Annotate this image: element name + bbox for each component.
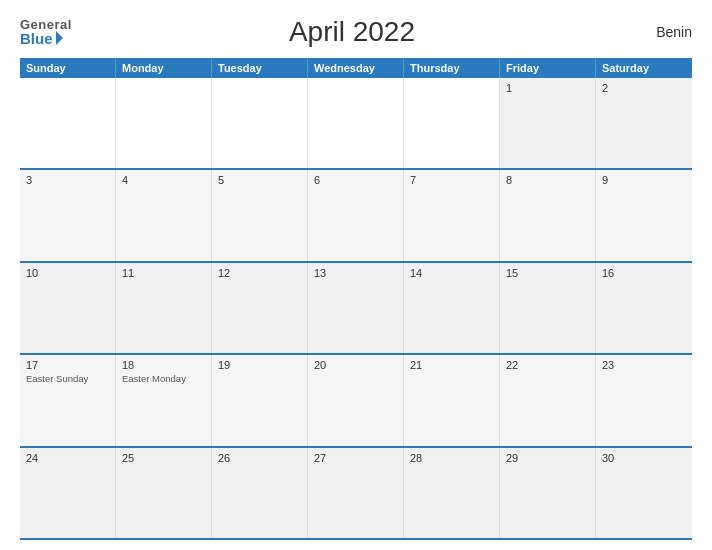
day-number: 27 xyxy=(314,452,397,464)
day-of-week-thursday: Thursday xyxy=(404,58,500,78)
calendar-week-2: 3456789 xyxy=(20,170,692,262)
calendar-event: Easter Sunday xyxy=(26,373,109,384)
calendar-cell: 22 xyxy=(500,355,596,445)
calendar-cell: 1 xyxy=(500,78,596,168)
day-number: 19 xyxy=(218,359,301,371)
day-number: 23 xyxy=(602,359,686,371)
day-number: 4 xyxy=(122,174,205,186)
day-number: 25 xyxy=(122,452,205,464)
day-number: 14 xyxy=(410,267,493,279)
calendar-cell: 29 xyxy=(500,448,596,538)
calendar-cell: 30 xyxy=(596,448,692,538)
country-label: Benin xyxy=(632,24,692,40)
calendar-body: 1234567891011121314151617Easter Sunday18… xyxy=(20,78,692,540)
calendar-cell: 27 xyxy=(308,448,404,538)
calendar-week-4: 17Easter Sunday18Easter Monday1920212223 xyxy=(20,355,692,447)
calendar-cell: 13 xyxy=(308,263,404,353)
day-number: 8 xyxy=(506,174,589,186)
calendar-page: General Blue April 2022 Benin SundayMond… xyxy=(0,0,712,550)
day-number: 10 xyxy=(26,267,109,279)
calendar-cell: 11 xyxy=(116,263,212,353)
day-number: 30 xyxy=(602,452,686,464)
logo: General Blue xyxy=(20,18,72,46)
day-of-week-tuesday: Tuesday xyxy=(212,58,308,78)
calendar-cell: 6 xyxy=(308,170,404,260)
day-of-week-saturday: Saturday xyxy=(596,58,692,78)
day-number: 6 xyxy=(314,174,397,186)
calendar-week-5: 24252627282930 xyxy=(20,448,692,540)
day-number: 13 xyxy=(314,267,397,279)
day-number: 22 xyxy=(506,359,589,371)
day-number: 18 xyxy=(122,359,205,371)
calendar-header-row: SundayMondayTuesdayWednesdayThursdayFrid… xyxy=(20,58,692,78)
day-number: 5 xyxy=(218,174,301,186)
calendar-cell: 20 xyxy=(308,355,404,445)
day-number: 3 xyxy=(26,174,109,186)
calendar-cell xyxy=(20,78,116,168)
day-number: 1 xyxy=(506,82,589,94)
calendar-cell: 5 xyxy=(212,170,308,260)
calendar-event: Easter Monday xyxy=(122,373,205,384)
calendar-week-1: 12 xyxy=(20,78,692,170)
calendar-cell: 12 xyxy=(212,263,308,353)
logo-blue-text: Blue xyxy=(20,31,53,46)
calendar-week-3: 10111213141516 xyxy=(20,263,692,355)
calendar-cell: 2 xyxy=(596,78,692,168)
calendar-cell: 26 xyxy=(212,448,308,538)
calendar-cell: 4 xyxy=(116,170,212,260)
day-of-week-monday: Monday xyxy=(116,58,212,78)
day-number: 16 xyxy=(602,267,686,279)
day-number: 24 xyxy=(26,452,109,464)
day-number: 20 xyxy=(314,359,397,371)
calendar-cell: 9 xyxy=(596,170,692,260)
day-of-week-sunday: Sunday xyxy=(20,58,116,78)
calendar-cell: 10 xyxy=(20,263,116,353)
day-number: 2 xyxy=(602,82,686,94)
calendar-cell: 21 xyxy=(404,355,500,445)
day-number: 11 xyxy=(122,267,205,279)
day-of-week-friday: Friday xyxy=(500,58,596,78)
calendar-cell: 14 xyxy=(404,263,500,353)
calendar-cell: 25 xyxy=(116,448,212,538)
calendar-cell: 8 xyxy=(500,170,596,260)
calendar-cell xyxy=(308,78,404,168)
calendar-cell: 18Easter Monday xyxy=(116,355,212,445)
day-number: 17 xyxy=(26,359,109,371)
calendar-cell: 24 xyxy=(20,448,116,538)
day-number: 9 xyxy=(602,174,686,186)
day-number: 29 xyxy=(506,452,589,464)
calendar-cell xyxy=(116,78,212,168)
header: General Blue April 2022 Benin xyxy=(20,16,692,48)
day-number: 21 xyxy=(410,359,493,371)
day-number: 15 xyxy=(506,267,589,279)
day-of-week-wednesday: Wednesday xyxy=(308,58,404,78)
day-number: 12 xyxy=(218,267,301,279)
calendar-cell: 15 xyxy=(500,263,596,353)
calendar-cell xyxy=(212,78,308,168)
logo-triangle-icon xyxy=(56,31,63,45)
calendar-cell: 23 xyxy=(596,355,692,445)
calendar-cell: 16 xyxy=(596,263,692,353)
day-number: 26 xyxy=(218,452,301,464)
day-number: 28 xyxy=(410,452,493,464)
calendar-cell: 7 xyxy=(404,170,500,260)
calendar-cell: 3 xyxy=(20,170,116,260)
page-title: April 2022 xyxy=(289,16,415,48)
calendar-cell: 28 xyxy=(404,448,500,538)
calendar-cell: 19 xyxy=(212,355,308,445)
calendar-cell: 17Easter Sunday xyxy=(20,355,116,445)
calendar-cell xyxy=(404,78,500,168)
day-number: 7 xyxy=(410,174,493,186)
calendar: SundayMondayTuesdayWednesdayThursdayFrid… xyxy=(20,58,692,540)
